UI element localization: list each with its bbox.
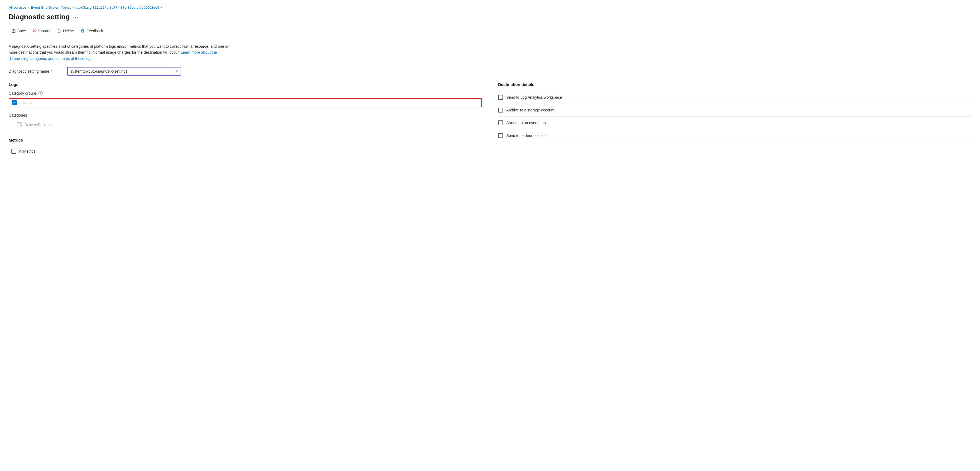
dest-label-partner: Send to partner solution [506, 134, 547, 138]
breadcrumb-topic[interactable]: topic01stg-811a624a-8a77-437e-89de-dfeb5… [75, 5, 159, 10]
all-metrics-label: AllMetrics [19, 149, 35, 153]
svg-rect-4 [58, 30, 60, 32]
dest-row-event-hub[interactable]: Stream to an event hub [498, 116, 971, 129]
alllogs-row[interactable]: ✓ allLogs [9, 98, 482, 107]
discard-button[interactable]: ✕ Discard [30, 27, 53, 35]
delete-button[interactable]: Delete [54, 27, 76, 35]
svg-point-8 [83, 30, 84, 31]
dest-label-storage: Archive to a storage account [506, 108, 554, 112]
diagnostic-name-input[interactable] [67, 67, 181, 76]
delivery-failures-row[interactable]: DeliveryFailures [14, 120, 482, 129]
discard-label: Discard [38, 29, 51, 33]
metrics-section-title: Metrics [9, 138, 482, 142]
breadcrumb-sep-1: › [28, 6, 29, 10]
right-column: Destination details Send to Log Analytic… [498, 82, 971, 156]
page-title-menu[interactable]: ··· [72, 14, 79, 20]
toolbar: Save ✕ Discard Delete Feedback [9, 27, 971, 39]
page-title-row: Diagnostic setting ··· [9, 13, 971, 21]
dest-checkbox-partner[interactable] [498, 133, 503, 138]
save-button[interactable]: Save [9, 27, 29, 35]
delete-label: Delete [63, 29, 74, 33]
dest-checkbox-event-hub[interactable] [498, 120, 503, 125]
category-groups-label: Category groups i [9, 91, 482, 95]
delivery-failures-label: DeliveryFailures [24, 123, 51, 127]
description: A diagnostic setting specifies a list of… [9, 43, 231, 62]
svg-rect-1 [13, 29, 14, 31]
dest-row-log-analytics[interactable]: Send to Log Analytics workspace [498, 91, 971, 104]
svg-point-6 [82, 30, 83, 31]
all-metrics-checkbox[interactable] [11, 149, 16, 154]
page-title: Diagnostic setting [9, 13, 70, 21]
feedback-icon [81, 29, 85, 33]
delivery-failures-checkbox[interactable] [17, 122, 22, 127]
dest-checkbox-log-analytics[interactable] [498, 95, 503, 100]
feedback-button[interactable]: Feedback [78, 27, 106, 35]
input-check-icon: ✓ [175, 69, 178, 74]
diagnostic-setting-name-field: Diagnostic setting name * ✓ [9, 67, 971, 76]
feedback-label: Feedback [86, 29, 103, 33]
svg-point-7 [83, 30, 83, 31]
dest-checkbox-storage[interactable] [498, 108, 503, 113]
category-indent: DeliveryFailures [9, 120, 482, 129]
logs-section-title: Logs [9, 82, 482, 87]
category-groups-info-icon[interactable]: i [38, 91, 43, 95]
form-name-label: Diagnostic setting name * [9, 69, 63, 73]
delete-icon [57, 29, 61, 33]
left-column: Logs Category groups i ✓ allLogs Categor… [9, 82, 482, 156]
dest-row-storage[interactable]: Archive to a storage account [498, 104, 971, 116]
breadcrumb: All services › Event Grid System Topics … [9, 5, 971, 10]
form-input-wrapper: ✓ [67, 67, 181, 76]
breadcrumb-sep-3: › [161, 6, 162, 10]
main-content-grid: Logs Category groups i ✓ allLogs Categor… [9, 82, 971, 156]
dest-label-log-analytics: Send to Log Analytics workspace [506, 95, 562, 100]
discard-icon: ✕ [33, 28, 36, 33]
dest-label-event-hub: Stream to an event hub [506, 121, 546, 125]
breadcrumb-all-services[interactable]: All services [9, 5, 27, 10]
dest-row-partner[interactable]: Send to partner solution [498, 129, 971, 142]
destination-section-title: Destination details [498, 82, 971, 87]
breadcrumb-sep-2: › [73, 6, 74, 10]
alllogs-label: allLogs [19, 100, 32, 105]
categories-label: Categories [9, 113, 482, 118]
metrics-section: Metrics AllMetrics [9, 138, 482, 156]
all-metrics-row[interactable]: AllMetrics [9, 147, 482, 156]
breadcrumb-event-grid[interactable]: Event Grid System Topics [31, 5, 71, 10]
logs-divider-2 [9, 132, 482, 132]
alllogs-checkmark: ✓ [13, 101, 16, 105]
categories-section: Categories DeliveryFailures [9, 113, 482, 129]
alllogs-checkbox[interactable]: ✓ [12, 100, 17, 105]
save-label: Save [18, 29, 26, 33]
save-icon [11, 29, 16, 33]
logs-divider-1 [9, 110, 482, 110]
